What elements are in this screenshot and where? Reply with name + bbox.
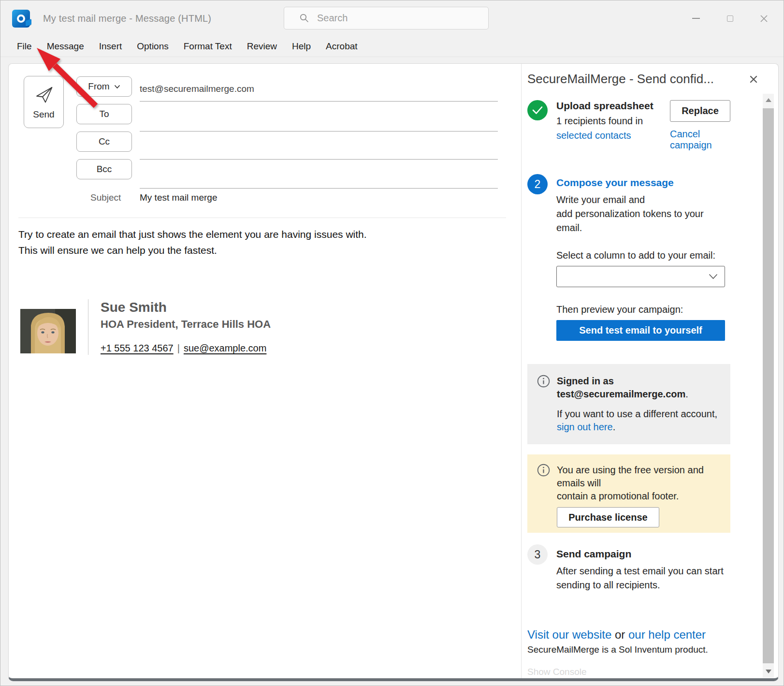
subject-separator <box>18 218 506 218</box>
cc-button[interactable]: Cc <box>76 131 132 152</box>
securemailmerge-pane: SecureMailMerge - Send confid... <box>522 64 779 678</box>
from-button[interactable]: From <box>76 76 132 97</box>
send-button[interactable]: Send <box>24 76 64 128</box>
bcc-button-label: Bcc <box>97 164 112 175</box>
compose-area: Send From To Cc Bcc test@securemailmerge… <box>9 64 522 678</box>
cc-button-label: Cc <box>99 136 110 147</box>
step-3-text: Send campaign After sending a test email… <box>556 544 730 592</box>
replace-button[interactable]: Replace <box>670 100 730 122</box>
menu-item-file[interactable]: File <box>17 41 32 52</box>
step-1-recipients: 1 recipients found in <box>556 116 661 127</box>
subject-field[interactable]: My test mail merge <box>140 192 217 203</box>
minimize-icon <box>692 18 700 19</box>
pane-scrollbar[interactable] <box>763 94 774 678</box>
step-2-badge: 2 <box>527 174 548 194</box>
step-2-desc-line-1: Write your email and <box>556 193 730 207</box>
step-3-send: 3 Send campaign After sending a test ema… <box>527 544 730 592</box>
title-bar: My test mail merge - Message (HTML) Sear… <box>0 0 784 36</box>
menu-item-acrobat[interactable]: Acrobat <box>326 41 357 52</box>
signature-text: Sue Smith HOA President, Terrace Hills H… <box>101 299 271 354</box>
message-content-card: Send From To Cc Bcc test@securemailmerge… <box>8 63 779 681</box>
pane-content: Upload spreadsheet 1 recipients found in… <box>527 100 730 677</box>
paper-plane-icon <box>34 84 54 104</box>
signed-in-text: Signed in as test@securemailmerge.com. I… <box>557 375 721 434</box>
column-select-label: Select a column to add to your email: <box>556 250 730 261</box>
signature-name: Sue Smith <box>101 299 271 316</box>
menu-item-options[interactable]: Options <box>137 41 168 52</box>
outlook-envelope-flap <box>26 19 31 27</box>
step-3-description: After sending a test email you can start… <box>556 564 730 592</box>
menu-item-help[interactable]: Help <box>292 41 311 52</box>
column-select-dropdown[interactable] <box>556 266 725 287</box>
show-console-link[interactable]: Show Console <box>527 667 730 677</box>
signed-in-period: . <box>685 389 688 399</box>
step-1-upload: Upload spreadsheet 1 recipients found in… <box>527 100 730 151</box>
step-1-complete-badge <box>527 100 548 120</box>
search-placeholder: Search <box>317 13 348 24</box>
ribbon-menu-bar: File Message Insert Options Format Text … <box>0 36 784 57</box>
to-button-label: To <box>99 109 109 119</box>
maximize-icon <box>727 15 733 22</box>
signature-divider <box>88 299 88 355</box>
sign-out-link[interactable]: sign out here <box>557 422 613 432</box>
maximize-button[interactable] <box>713 4 747 32</box>
to-field[interactable] <box>140 106 498 131</box>
minimize-button[interactable] <box>679 4 713 32</box>
subject-label: Subject <box>90 192 121 203</box>
scroll-up-arrow[interactable] <box>763 95 774 105</box>
signature-role: HOA President, Terrace Hills HOA <box>101 318 271 331</box>
search-input[interactable]: Search <box>284 7 489 29</box>
bcc-field[interactable] <box>140 162 498 189</box>
signature-contacts: +1 555 123 4567|sue@example.com <box>101 343 271 354</box>
step-3-desc-line-1: After sending a test email you can start <box>556 564 730 578</box>
free-version-line-2: contain a promotional footer. <box>557 490 721 503</box>
email-signature: Sue Smith HOA President, Terrace Hills H… <box>20 299 271 355</box>
info-icon <box>537 464 550 477</box>
purchase-license-button[interactable]: Purchase license <box>557 507 659 527</box>
signature-email-link[interactable]: sue@example.com <box>184 343 266 353</box>
body-line-1: Try to create an email that just shows t… <box>18 226 367 242</box>
step-3-title: Send campaign <box>556 548 730 560</box>
cc-field[interactable] <box>140 134 498 160</box>
pane-title: SecureMailMerge - Send confid... <box>527 72 779 87</box>
signed-in-account: Signed in as test@securemailmerge.com <box>557 376 685 399</box>
triangle-up-icon <box>766 98 771 102</box>
menu-item-message[interactable]: Message <box>47 41 84 52</box>
selected-contacts-link[interactable]: selected contacts <box>556 130 631 141</box>
signature-phone-link[interactable]: +1 555 123 4567 <box>101 343 174 353</box>
outlook-message-window: My test mail merge - Message (HTML) Sear… <box>0 0 784 686</box>
step-2-text: Compose your message Write your email an… <box>556 174 730 341</box>
from-button-label: From <box>88 81 109 92</box>
preview-label: Then preview your campaign: <box>556 304 730 315</box>
to-button[interactable]: To <box>76 104 132 124</box>
triangle-down-icon <box>766 670 771 673</box>
pane-footer: Visit our website or our help center Sec… <box>527 628 730 655</box>
step-3-desc-line-2: sending to all recipients. <box>556 578 730 592</box>
step-1-text: Upload spreadsheet 1 recipients found in… <box>556 100 661 151</box>
cancel-campaign-link[interactable]: Cancel campaign <box>670 129 730 151</box>
pane-close-button[interactable] <box>748 74 759 85</box>
signature-photo <box>20 309 76 353</box>
menu-item-format-text[interactable]: Format Text <box>184 41 232 52</box>
search-icon <box>300 14 309 23</box>
checkmark-icon <box>532 106 543 115</box>
menu-item-review[interactable]: Review <box>247 41 277 52</box>
bcc-button[interactable]: Bcc <box>76 159 132 179</box>
menu-item-insert[interactable]: Insert <box>99 41 122 52</box>
help-center-link[interactable]: our help center <box>628 628 706 641</box>
send-button-label: Send <box>33 109 54 120</box>
message-body[interactable]: Try to create an email that just shows t… <box>18 226 367 258</box>
scroll-down-arrow[interactable] <box>763 666 774 677</box>
step-1-actions: Replace Cancel campaign <box>670 100 730 151</box>
step-2-compose: 2 Compose your message Write your email … <box>527 174 730 341</box>
outlook-o-glyph <box>17 15 25 23</box>
window-controls <box>679 0 781 36</box>
step-3-badge: 3 <box>527 544 548 565</box>
different-account-text: If you want to use a different account, <box>557 409 717 419</box>
visit-website-link[interactable]: Visit our website <box>527 628 611 641</box>
send-test-email-button[interactable]: Send test email to yourself <box>556 320 725 341</box>
close-window-button[interactable] <box>747 4 781 32</box>
scrollbar-thumb[interactable] <box>763 108 774 663</box>
from-field[interactable]: test@securemailmerge.com <box>140 76 498 102</box>
from-address: test@securemailmerge.com <box>140 84 254 94</box>
